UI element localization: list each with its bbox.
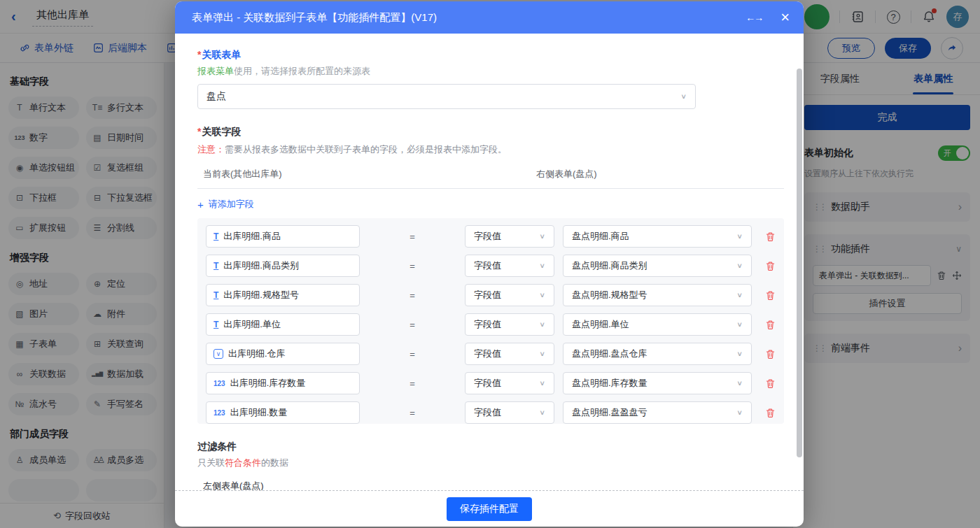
mapping-row: T出库明细.商品类别 = 字段值∨ 盘点明细.商品类别∨ xyxy=(206,255,776,277)
app-stage: ‹ 其他出库单 ? 存 表单外链 后端脚本 xyxy=(0,0,980,528)
chevron-down-icon: ∨ xyxy=(736,291,743,299)
right-field-select[interactable]: 盘点明细.商品类别∨ xyxy=(563,255,752,277)
delete-row-icon[interactable] xyxy=(765,408,776,418)
column-right-header: 右侧表单(盘点) xyxy=(536,168,597,180)
left-field-input[interactable]: T出库明细.规格型号 xyxy=(206,284,360,306)
text-field-icon: T xyxy=(214,320,218,329)
right-field-select[interactable]: 盘点明细.单位∨ xyxy=(563,313,752,336)
chevron-down-icon: ∨ xyxy=(736,262,743,269)
equals-sign: = xyxy=(360,378,465,389)
right-field-select[interactable]: 盘点明细.规格型号∨ xyxy=(563,284,752,306)
mapping-row: T出库明细.规格型号 = 字段值∨ 盘点明细.规格型号∨ xyxy=(206,284,776,306)
modal-body: *关联表单 报表菜单使用，请选择报表所配置的来源表 盘点 ∨ *关联字段 注意：… xyxy=(175,34,804,490)
filter-left-form-label: 左侧表单(盘点) xyxy=(197,480,784,490)
required-asterisk: * xyxy=(197,49,201,60)
equals-sign: = xyxy=(360,320,465,330)
chevron-down-icon: ∨ xyxy=(539,408,545,416)
linked-fields-label: *关联字段 xyxy=(197,126,784,138)
text-field-icon: T xyxy=(214,261,218,271)
mapping-column-headers: 当前表(其他出库单) 右侧表单(盘点) xyxy=(197,168,784,189)
modal-scrollbar-thumb[interactable] xyxy=(797,69,802,457)
filter-condition-label: 过滤条件 xyxy=(197,441,784,453)
mapping-row: T出库明细.单位 = 字段值∨ 盘点明细.单位∨ xyxy=(206,313,776,336)
selected-value: 盘点 xyxy=(206,90,226,103)
chevron-down-icon: ∨ xyxy=(539,262,545,269)
mapping-row: 123出库明细.数量 = 字段值∨ 盘点明细.盘盈盘亏∨ xyxy=(206,401,776,424)
value-type-select[interactable]: 字段值∨ xyxy=(465,343,554,365)
save-plugin-config-button[interactable]: 保存插件配置 xyxy=(447,497,532,521)
chevron-down-icon: ∨ xyxy=(539,379,545,387)
delete-row-icon[interactable] xyxy=(765,349,776,359)
equals-sign: = xyxy=(360,290,465,301)
mapping-row: 123出库明细.库存数量 = 字段值∨ 盘点明细.库存数量∨ xyxy=(206,372,776,394)
right-field-select[interactable]: 盘点明细.商品∨ xyxy=(563,225,752,248)
delete-row-icon[interactable] xyxy=(765,378,776,389)
value-type-select[interactable]: 字段值∨ xyxy=(465,284,554,306)
chevron-down-icon: ∨ xyxy=(736,320,743,328)
chevron-down-icon: ∨ xyxy=(736,408,743,416)
value-type-select[interactable]: 字段值∨ xyxy=(465,225,554,248)
left-field-input[interactable]: ∨出库明细.仓库 xyxy=(206,343,360,365)
add-field-link[interactable]: + 请添加字段 xyxy=(197,198,254,211)
right-field-select[interactable]: 盘点明细.盘点仓库∨ xyxy=(563,343,752,365)
equals-sign: = xyxy=(360,261,465,271)
mapping-row: T出库明细.商品 = 字段值∨ 盘点明细.商品∨ xyxy=(206,225,776,248)
number-field-icon: 123 xyxy=(214,409,225,417)
right-field-select[interactable]: 盘点明细.盘盈盘亏∨ xyxy=(563,401,752,424)
linked-form-label: *关联表单 xyxy=(197,49,784,62)
required-asterisk: * xyxy=(197,126,201,137)
equals-sign: = xyxy=(360,349,465,359)
value-type-select[interactable]: 字段值∨ xyxy=(465,255,554,277)
chevron-down-icon: ∨ xyxy=(680,92,687,100)
delete-row-icon[interactable] xyxy=(765,261,776,271)
delete-row-icon[interactable] xyxy=(765,320,776,330)
chevron-down-icon: ∨ xyxy=(736,379,743,387)
value-type-select[interactable]: 字段值∨ xyxy=(465,372,554,394)
modal-footer: 保存插件配置 xyxy=(175,490,804,527)
filter-condition-desc: 只关联符合条件的数据 xyxy=(197,457,784,469)
linked-form-hint: 报表菜单使用，请选择报表所配置的来源表 xyxy=(197,65,784,78)
left-field-input[interactable]: T出库明细.商品 xyxy=(206,225,360,248)
left-field-input[interactable]: 123出库明细.数量 xyxy=(206,401,360,424)
column-left-header: 当前表(其他出库单) xyxy=(197,168,536,180)
modal-title: 表单弹出 - 关联数据到子表单【功能插件配置】(V17) xyxy=(192,11,746,24)
chevron-down-icon: ∨ xyxy=(539,232,545,240)
linked-fields-note: 注意：需要从报表多选数据中关联到子表单的字段，必须是报表中添加字段。 xyxy=(197,143,784,156)
value-type-select[interactable]: 字段值∨ xyxy=(465,401,554,424)
close-icon[interactable]: × xyxy=(780,10,790,24)
resize-horizontal-icon[interactable]: ←→ xyxy=(746,12,762,23)
chevron-down-icon: ∨ xyxy=(736,350,743,357)
left-field-input[interactable]: T出库明细.商品类别 xyxy=(206,255,360,277)
mapping-row: ∨出库明细.仓库 = 字段值∨ 盘点明细.盘点仓库∨ xyxy=(206,343,776,365)
plugin-config-modal: 表单弹出 - 关联数据到子表单【功能插件配置】(V17) ←→ × *关联表单 … xyxy=(175,1,804,527)
number-field-icon: 123 xyxy=(214,380,225,387)
chevron-down-icon: ∨ xyxy=(539,291,545,299)
equals-sign: = xyxy=(360,408,465,418)
right-field-select[interactable]: 盘点明细.库存数量∨ xyxy=(563,372,752,394)
mapping-rows-container: T出库明细.商品 = 字段值∨ 盘点明细.商品∨ T出库明细.商品类别 = 字段… xyxy=(197,218,784,424)
left-field-input[interactable]: 123出库明细.库存数量 xyxy=(206,372,360,394)
value-type-select[interactable]: 字段值∨ xyxy=(465,313,554,336)
chevron-down-icon: ∨ xyxy=(539,320,545,328)
delete-row-icon[interactable] xyxy=(765,231,776,242)
chevron-down-icon: ∨ xyxy=(539,350,545,357)
dropdown-field-icon: ∨ xyxy=(214,349,223,359)
delete-row-icon[interactable] xyxy=(765,290,776,301)
equals-sign: = xyxy=(360,231,465,242)
plus-icon: + xyxy=(197,199,204,211)
linked-form-select[interactable]: 盘点 ∨ xyxy=(197,84,696,109)
modal-header: 表单弹出 - 关联数据到子表单【功能插件配置】(V17) ←→ × xyxy=(175,1,804,34)
left-field-input[interactable]: T出库明细.单位 xyxy=(206,313,360,336)
chevron-down-icon: ∨ xyxy=(736,232,743,240)
text-field-icon: T xyxy=(214,290,218,300)
text-field-icon: T xyxy=(214,231,218,241)
